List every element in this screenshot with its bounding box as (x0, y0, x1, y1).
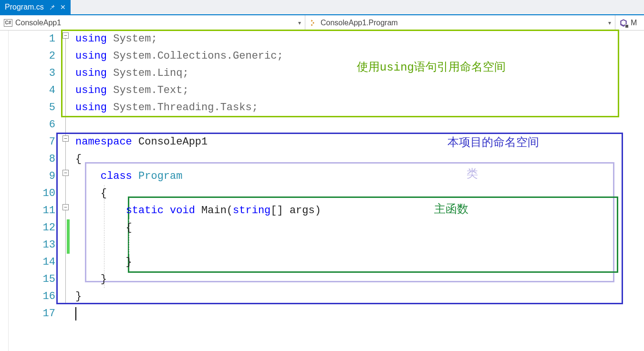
line-number: 3 (9, 65, 55, 82)
tab-title: Program.cs (5, 3, 44, 11)
line-number: 5 (9, 99, 55, 116)
code-line: using System.Collections.Generic; (75, 48, 644, 65)
document-tab-active[interactable]: Program.cs 📌︎ ✕ (0, 0, 71, 14)
line-number: 16 (9, 288, 55, 305)
code-line: class Program (75, 168, 644, 185)
code-line: using System.Linq; (75, 65, 644, 82)
line-number: 6 (9, 116, 55, 134)
line-number: 9 (9, 168, 55, 185)
line-number: 4 (9, 82, 55, 99)
code-line (75, 237, 644, 254)
code-line: using System.Text; (75, 82, 644, 99)
line-number-gutter: 1 2 3 4 5 6 7 8 9 10 11 12 13 14 15 16 1… (9, 31, 61, 351)
code-lines: using System; using System.Collections.G… (75, 31, 644, 322)
code-editor[interactable]: 1 2 3 4 5 6 7 8 9 10 11 12 13 14 15 16 1… (0, 31, 644, 351)
code-line: namespace ConsoleApp1 (75, 134, 644, 151)
nav-project-dropdown[interactable]: C# ConsoleApp1 (0, 15, 305, 30)
document-tab-bar: Program.cs 📌︎ ✕ (0, 0, 644, 15)
fold-toggle[interactable]: − (62, 32, 69, 39)
class-icon (309, 19, 318, 27)
nav-class-dropdown[interactable]: ConsoleApp1.Program (305, 15, 615, 30)
indicator-margin (0, 31, 9, 351)
csharp-icon: C# (4, 19, 12, 27)
code-line (75, 305, 644, 322)
code-line: using System.Threading.Tasks; (75, 99, 644, 116)
line-number: 15 (9, 271, 55, 288)
code-nav-bar: C# ConsoleApp1 ConsoleApp1.Program M (0, 15, 644, 31)
line-number: 8 (9, 151, 55, 168)
code-line: { (75, 151, 644, 168)
line-number: 1 (9, 31, 55, 48)
lock-icon (625, 24, 629, 28)
code-line: static void Main(string[] args) (75, 202, 644, 219)
line-number: 7 (9, 134, 55, 151)
code-line: { (75, 219, 644, 237)
nav-project-label: ConsoleApp1 (15, 19, 61, 27)
close-icon[interactable]: ✕ (60, 3, 66, 11)
nav-class-label: ConsoleApp1.Program (321, 19, 398, 27)
line-number: 2 (9, 48, 55, 65)
nav-member-label: M (631, 19, 637, 27)
fold-toggle[interactable]: − (62, 170, 69, 176)
code-line: { (75, 185, 644, 202)
line-number: 11 (9, 202, 55, 219)
code-line: using System; (75, 31, 644, 48)
line-number: 13 (9, 237, 55, 254)
text-caret (75, 307, 76, 320)
code-text-area[interactable]: 使用using语句引用命名空间 本项目的命名空间 类 主函数 using Sys… (75, 31, 644, 351)
outline-column: − − − − (61, 31, 75, 351)
code-line: } (75, 254, 644, 271)
line-number: 12 (9, 219, 55, 237)
line-number: 14 (9, 254, 55, 271)
code-line: } (75, 288, 644, 305)
pin-icon[interactable]: 📌︎ (49, 3, 55, 11)
line-number: 17 (9, 305, 55, 322)
nav-member-dropdown[interactable]: M (615, 15, 644, 30)
method-icon (619, 19, 628, 27)
fold-toggle[interactable]: − (62, 135, 69, 142)
code-line (75, 116, 644, 134)
line-number: 10 (9, 185, 55, 202)
fold-toggle[interactable]: − (62, 204, 69, 210)
code-line: } (75, 271, 644, 288)
